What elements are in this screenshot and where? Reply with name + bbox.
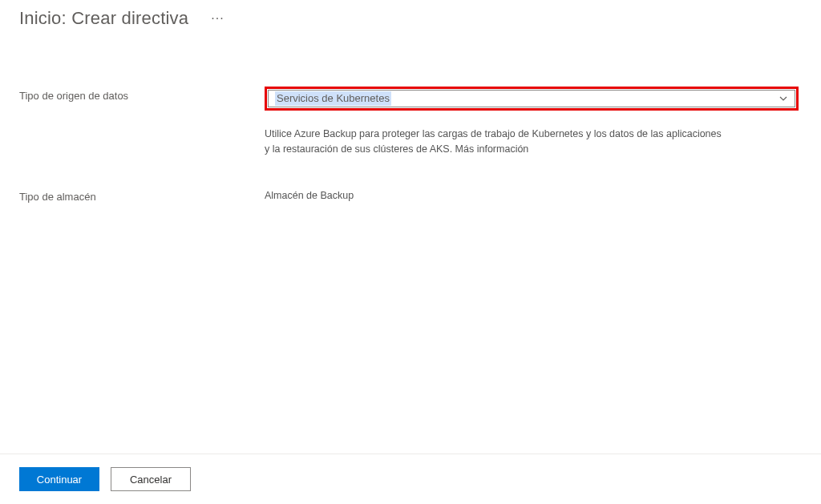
more-actions-button[interactable]: ··· bbox=[211, 12, 224, 25]
footer-bar: Continuar Cancelar bbox=[0, 454, 821, 504]
page-title: Inicio: Crear directiva bbox=[19, 8, 188, 29]
datasource-type-value: Servicios de Kubernetes bbox=[275, 91, 391, 106]
store-type-label: Tipo de almacén bbox=[19, 187, 265, 203]
datasource-type-highlight: Servicios de Kubernetes bbox=[265, 87, 799, 111]
chevron-down-icon bbox=[779, 94, 788, 103]
datasource-type-select[interactable]: Servicios de Kubernetes bbox=[268, 90, 795, 107]
store-type-value: Almacén de Backup bbox=[265, 190, 354, 201]
datasource-type-label: Tipo de origen de datos bbox=[19, 87, 265, 102]
datasource-description: Utilice Azure Backup para proteger las c… bbox=[265, 127, 802, 157]
continue-button[interactable]: Continuar bbox=[19, 467, 99, 491]
ellipsis-icon: ··· bbox=[211, 11, 224, 25]
cancel-button[interactable]: Cancelar bbox=[111, 467, 191, 491]
